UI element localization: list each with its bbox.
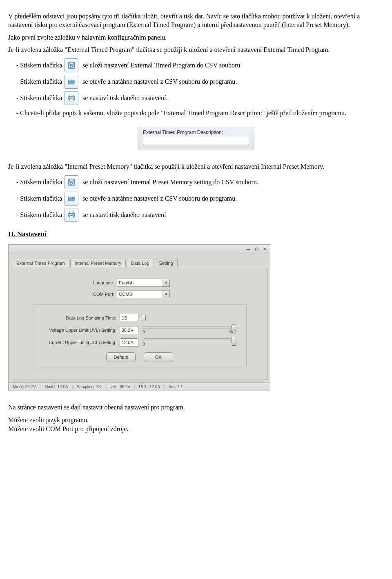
tab-strip: External Timed Program Internal Preset M… xyxy=(12,258,267,267)
svg-point-2 xyxy=(70,65,72,67)
paragraph: Je-li zvolena záložka "Internal Preset M… xyxy=(8,163,384,171)
uvl-label: Voltage Upper Limit(UVL) Setting: xyxy=(39,328,116,333)
uvl-slider[interactable] xyxy=(143,326,236,329)
bullet-text: - Stiskem tlačítka xyxy=(16,94,62,102)
com-port-label: COM Port: xyxy=(82,292,114,297)
chevron-down-icon: ▼ xyxy=(163,279,169,286)
bullet-text-after: se nastaví tisk daného nastavení xyxy=(82,211,166,219)
open-icon xyxy=(65,75,78,89)
uvl-min: 0 xyxy=(143,330,145,334)
bullet-text: - Stiskem tlačítka xyxy=(16,195,62,202)
tab-external-timed-program[interactable]: External Timed Program xyxy=(12,259,69,267)
language-combo[interactable]: English ▼ xyxy=(117,279,170,287)
slider-thumb-icon[interactable] xyxy=(231,337,236,343)
default-button[interactable]: Default xyxy=(106,352,136,362)
bullet-text-after: se uloží nastavení External Timed Progra… xyxy=(82,62,242,69)
svg-rect-11 xyxy=(70,215,73,218)
language-value: English xyxy=(119,280,134,285)
paragraph: Jako první zvolte záložku v halavním kon… xyxy=(8,34,384,42)
bullet-text-after: se otevře a natáhne nastavení z CSV soub… xyxy=(82,78,237,85)
description-label: External Timed Program Description: xyxy=(143,130,249,135)
bullet-text: - Stiskem tlačítka xyxy=(16,179,62,186)
slider-thumb-icon[interactable] xyxy=(231,324,236,331)
status-maxv: MaxV: 36.2V xyxy=(13,385,40,389)
ucl-label: Current Upper Limit(UCL) Setting: xyxy=(39,340,116,345)
status-maxc: MaxC: 12.0A xyxy=(45,385,73,389)
svg-rect-7 xyxy=(70,179,73,181)
sampling-input[interactable] xyxy=(120,314,138,322)
minimize-icon[interactable]: — xyxy=(245,246,252,252)
description-input[interactable] xyxy=(143,137,249,145)
bullet-text: - Stiskem tlačítka xyxy=(16,211,62,219)
ucl-input[interactable] xyxy=(120,338,138,347)
paragraph: Můžete zvolit jazyk programu. xyxy=(8,416,384,425)
print-icon xyxy=(65,208,78,222)
tab-internal-preset-memory[interactable]: Internal Preset Memory xyxy=(70,259,126,267)
section-heading-h: H. Nastavení xyxy=(8,230,384,238)
status-ucl: UCL: 12.0A xyxy=(139,385,165,389)
uvl-input[interactable] xyxy=(120,326,138,334)
sampling-label: Data Log Sampling Time: xyxy=(39,315,116,320)
open-icon xyxy=(65,192,78,206)
ucl-slider[interactable] xyxy=(143,338,236,341)
limits-panel: Data Log Sampling Time: Voltage Upper Li… xyxy=(33,304,247,367)
svg-rect-1 xyxy=(70,63,73,65)
status-ver: Ver: 1.1 xyxy=(169,385,187,389)
status-bar: MaxV: 36.2V MaxC: 12.0A Sampling: 1S UVL… xyxy=(9,382,270,391)
chevron-down-icon: ▼ xyxy=(163,291,169,298)
svg-rect-5 xyxy=(70,99,73,101)
save-icon xyxy=(65,58,78,72)
status-uvl: UVL: 36.2V xyxy=(109,385,135,389)
bullet-text: - Chcete-li přidat popis k vašemu, vložt… xyxy=(16,109,384,118)
language-label: Language: xyxy=(82,280,114,285)
save-icon xyxy=(65,175,78,189)
com-port-value: COM3 xyxy=(119,292,132,297)
close-icon[interactable]: ✕ xyxy=(261,246,268,252)
bullet-text: - Stiskem tlačítka xyxy=(16,78,62,85)
ucl-min: 0 xyxy=(143,342,145,347)
print-icon xyxy=(65,91,78,105)
status-sampling: Sampling: 1S xyxy=(77,385,105,389)
tab-data-log[interactable]: Data Log xyxy=(127,259,154,267)
settings-window: — ▢ ✕ External Timed Program Internal Pr… xyxy=(8,244,270,391)
tab-content-setting: Language: English ▼ COM Port: COM3 ▼ Dat… xyxy=(12,267,267,380)
ok-button[interactable]: OK xyxy=(144,352,173,362)
bullet-text-after: se nastaví tisk daného nastavení. xyxy=(82,94,167,102)
bullet-text-after: se otevře a natáhne nastavení z CSV soub… xyxy=(82,195,237,202)
window-title-bar: — ▢ ✕ xyxy=(9,245,270,254)
tab-setting[interactable]: Setting xyxy=(155,259,178,267)
paragraph: V předešlém odstavci jsou popsány tyto t… xyxy=(8,12,384,29)
svg-point-8 xyxy=(70,182,72,184)
bullet-text: - Stiskem tlačítka xyxy=(16,62,62,69)
description-field-panel: External Timed Program Description: xyxy=(138,126,254,150)
paragraph: Můžete zvolit COM Port pro připojení zdr… xyxy=(8,425,384,434)
paragraph: Na stránce nastavení se dají nastavit ob… xyxy=(8,403,384,412)
bullet-text-after: se uloží nastavení Internal Preset Memor… xyxy=(82,179,258,186)
com-port-combo[interactable]: COM3 ▼ xyxy=(117,290,170,298)
sampling-stepper[interactable] xyxy=(141,314,148,322)
maximize-icon[interactable]: ▢ xyxy=(253,246,260,252)
paragraph: Je-li zvolena záložka "External Timed Pr… xyxy=(8,46,384,54)
